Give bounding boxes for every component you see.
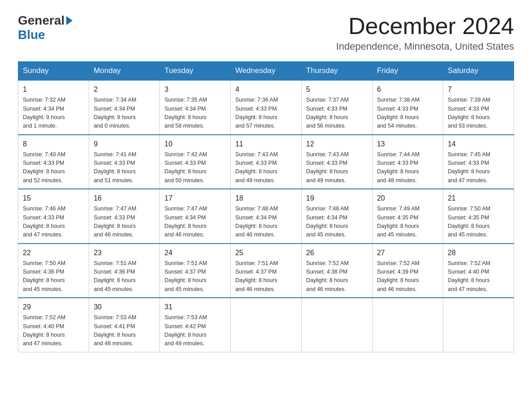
- calendar-cell: 14 Sunrise: 7:45 AMSunset: 4:33 PMDaylig…: [443, 135, 514, 189]
- day-number: 23: [94, 248, 155, 258]
- day-info: Sunrise: 7:52 AMSunset: 4:39 PMDaylight:…: [377, 259, 438, 294]
- day-info: Sunrise: 7:43 AMSunset: 4:33 PMDaylight:…: [235, 150, 296, 185]
- day-number: 10: [164, 139, 226, 150]
- calendar-table: SundayMondayTuesdayWednesdayThursdayFrid…: [18, 61, 514, 352]
- day-info: Sunrise: 7:53 AMSunset: 4:41 PMDaylight:…: [94, 313, 155, 348]
- day-number: 8: [23, 139, 84, 150]
- day-number: 25: [235, 248, 296, 258]
- calendar-cell: 10 Sunrise: 7:42 AMSunset: 4:33 PMDaylig…: [160, 135, 231, 189]
- day-info: Sunrise: 7:47 AMSunset: 4:34 PMDaylight:…: [164, 205, 226, 240]
- day-number: 4: [235, 84, 296, 95]
- day-info: Sunrise: 7:46 AMSunset: 4:33 PMDaylight:…: [23, 205, 84, 240]
- calendar-cell: 6 Sunrise: 7:38 AMSunset: 4:33 PMDayligh…: [372, 80, 443, 135]
- calendar-cell: 5 Sunrise: 7:37 AMSunset: 4:33 PMDayligh…: [301, 80, 372, 135]
- calendar-cell: 12 Sunrise: 7:43 AMSunset: 4:33 PMDaylig…: [301, 135, 372, 189]
- calendar-cell: 9 Sunrise: 7:41 AMSunset: 4:33 PMDayligh…: [89, 135, 160, 189]
- logo: General Blue: [18, 13, 73, 42]
- calendar-cell: 16 Sunrise: 7:47 AMSunset: 4:33 PMDaylig…: [89, 189, 160, 244]
- day-number: 18: [235, 193, 296, 204]
- week-row-2: 8 Sunrise: 7:40 AMSunset: 4:33 PMDayligh…: [18, 135, 514, 189]
- day-number: 21: [448, 193, 509, 204]
- day-number: 17: [164, 193, 226, 204]
- day-info: Sunrise: 7:51 AMSunset: 4:36 PMDaylight:…: [94, 259, 155, 294]
- calendar-cell: 11 Sunrise: 7:43 AMSunset: 4:33 PMDaylig…: [231, 135, 301, 189]
- calendar-cell: 2 Sunrise: 7:34 AMSunset: 4:34 PMDayligh…: [89, 80, 160, 135]
- calendar-cell: [301, 298, 372, 352]
- day-number: 20: [377, 193, 438, 204]
- calendar-cell: 22 Sunrise: 7:50 AMSunset: 4:36 PMDaylig…: [18, 244, 89, 298]
- weekday-header-sunday: Sunday: [18, 62, 89, 81]
- calendar-cell: 26 Sunrise: 7:52 AMSunset: 4:38 PMDaylig…: [301, 244, 372, 298]
- day-number: 30: [94, 302, 155, 313]
- page-header: General Blue December 2024 Independence,…: [18, 13, 514, 52]
- day-number: 31: [164, 302, 226, 313]
- weekday-header-thursday: Thursday: [301, 62, 372, 81]
- day-info: Sunrise: 7:52 AMSunset: 4:38 PMDaylight:…: [306, 259, 368, 294]
- day-info: Sunrise: 7:51 AMSunset: 4:37 PMDaylight:…: [235, 259, 296, 294]
- week-row-1: 1 Sunrise: 7:32 AMSunset: 4:34 PMDayligh…: [18, 80, 514, 135]
- calendar-cell: 7 Sunrise: 7:39 AMSunset: 4:33 PMDayligh…: [443, 80, 514, 135]
- calendar-cell: 17 Sunrise: 7:47 AMSunset: 4:34 PMDaylig…: [160, 189, 231, 244]
- day-number: 22: [23, 248, 84, 258]
- week-row-4: 22 Sunrise: 7:50 AMSunset: 4:36 PMDaylig…: [18, 244, 514, 298]
- logo-blue-text: Blue: [18, 28, 45, 42]
- calendar-cell: 3 Sunrise: 7:35 AMSunset: 4:34 PMDayligh…: [160, 80, 231, 135]
- calendar-cell: 27 Sunrise: 7:52 AMSunset: 4:39 PMDaylig…: [372, 244, 443, 298]
- day-info: Sunrise: 7:41 AMSunset: 4:33 PMDaylight:…: [94, 150, 155, 185]
- day-info: Sunrise: 7:35 AMSunset: 4:34 PMDaylight:…: [164, 96, 226, 131]
- calendar-header-row: SundayMondayTuesdayWednesdayThursdayFrid…: [18, 62, 514, 81]
- day-info: Sunrise: 7:42 AMSunset: 4:33 PMDaylight:…: [164, 150, 226, 185]
- weekday-header-tuesday: Tuesday: [160, 62, 231, 81]
- day-info: Sunrise: 7:52 AMSunset: 4:40 PMDaylight:…: [448, 259, 509, 294]
- week-row-5: 29 Sunrise: 7:52 AMSunset: 4:40 PMDaylig…: [18, 298, 514, 352]
- calendar-cell: 29 Sunrise: 7:52 AMSunset: 4:40 PMDaylig…: [18, 298, 89, 352]
- day-info: Sunrise: 7:32 AMSunset: 4:34 PMDaylight:…: [23, 96, 84, 131]
- day-number: 16: [94, 193, 155, 204]
- day-info: Sunrise: 7:44 AMSunset: 4:33 PMDaylight:…: [377, 150, 438, 185]
- logo-arrow-icon: [66, 16, 73, 25]
- calendar-cell: 4 Sunrise: 7:36 AMSunset: 4:33 PMDayligh…: [231, 80, 301, 135]
- day-number: 24: [164, 248, 226, 258]
- title-section: December 2024 Independence, Minnesota, U…: [336, 13, 515, 52]
- day-number: 11: [235, 139, 296, 150]
- calendar-cell: 8 Sunrise: 7:40 AMSunset: 4:33 PMDayligh…: [18, 135, 89, 189]
- day-number: 27: [377, 248, 438, 258]
- day-number: 13: [377, 139, 438, 150]
- day-number: 14: [448, 139, 509, 150]
- calendar-cell: 13 Sunrise: 7:44 AMSunset: 4:33 PMDaylig…: [372, 135, 443, 189]
- calendar-cell: 18 Sunrise: 7:48 AMSunset: 4:34 PMDaylig…: [231, 189, 301, 244]
- day-number: 2: [94, 84, 155, 95]
- day-info: Sunrise: 7:45 AMSunset: 4:33 PMDaylight:…: [448, 150, 509, 185]
- day-info: Sunrise: 7:40 AMSunset: 4:33 PMDaylight:…: [23, 150, 84, 185]
- day-info: Sunrise: 7:43 AMSunset: 4:33 PMDaylight:…: [306, 150, 368, 185]
- day-info: Sunrise: 7:47 AMSunset: 4:33 PMDaylight:…: [94, 205, 155, 240]
- day-info: Sunrise: 7:52 AMSunset: 4:40 PMDaylight:…: [23, 313, 84, 348]
- day-info: Sunrise: 7:48 AMSunset: 4:34 PMDaylight:…: [235, 205, 296, 240]
- location-subtitle: Independence, Minnesota, United States: [336, 41, 515, 52]
- weekday-header-wednesday: Wednesday: [231, 62, 301, 81]
- day-number: 26: [306, 248, 368, 258]
- day-number: 7: [448, 84, 509, 95]
- calendar-cell: 30 Sunrise: 7:53 AMSunset: 4:41 PMDaylig…: [89, 298, 160, 352]
- calendar-cell: 19 Sunrise: 7:48 AMSunset: 4:34 PMDaylig…: [301, 189, 372, 244]
- calendar-cell: 31 Sunrise: 7:53 AMSunset: 4:42 PMDaylig…: [160, 298, 231, 352]
- day-number: 29: [23, 302, 84, 313]
- day-info: Sunrise: 7:49 AMSunset: 4:35 PMDaylight:…: [377, 205, 438, 240]
- weekday-header-monday: Monday: [89, 62, 160, 81]
- calendar-cell: 28 Sunrise: 7:52 AMSunset: 4:40 PMDaylig…: [443, 244, 514, 298]
- day-info: Sunrise: 7:50 AMSunset: 4:36 PMDaylight:…: [23, 259, 84, 294]
- weekday-header-saturday: Saturday: [443, 62, 514, 81]
- day-number: 1: [23, 84, 84, 95]
- calendar-cell: [231, 298, 301, 352]
- calendar-cell: 24 Sunrise: 7:51 AMSunset: 4:37 PMDaylig…: [160, 244, 231, 298]
- day-info: Sunrise: 7:39 AMSunset: 4:33 PMDaylight:…: [448, 96, 509, 131]
- calendar-cell: [372, 298, 443, 352]
- day-number: 5: [306, 84, 368, 95]
- day-number: 28: [448, 248, 509, 258]
- day-info: Sunrise: 7:53 AMSunset: 4:42 PMDaylight:…: [164, 313, 226, 348]
- day-info: Sunrise: 7:34 AMSunset: 4:34 PMDaylight:…: [94, 96, 155, 131]
- calendar-cell: 1 Sunrise: 7:32 AMSunset: 4:34 PMDayligh…: [18, 80, 89, 135]
- weekday-header-friday: Friday: [372, 62, 443, 81]
- calendar-cell: 21 Sunrise: 7:50 AMSunset: 4:35 PMDaylig…: [443, 189, 514, 244]
- day-info: Sunrise: 7:50 AMSunset: 4:35 PMDaylight:…: [448, 205, 509, 240]
